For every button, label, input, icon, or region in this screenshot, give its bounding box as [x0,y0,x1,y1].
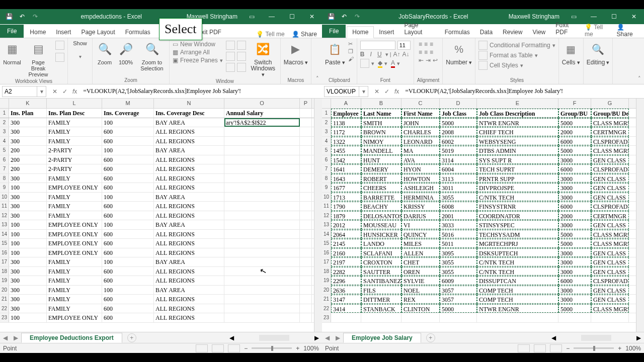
column-label[interactable]: Ins. Coverage [102,109,154,118]
cell[interactable]: CHARLES [401,127,440,136]
tab-foxit[interactable]: Foxit PDF [550,20,585,38]
cell[interactable]: CLASS MGRS [591,304,629,313]
cell[interactable]: SAUTTER [361,267,401,276]
row-header[interactable]: 2 [0,118,9,127]
tab-review[interactable]: Review [498,27,527,38]
cell[interactable]: 200 [9,155,47,164]
cell[interactable]: EMPLOYEE ONLY [47,239,102,248]
column-header[interactable]: C [401,99,440,108]
cell[interactable] [224,137,300,146]
cell[interactable]: 100 [102,118,154,127]
row-header[interactable]: 1 [0,109,9,118]
cell[interactable]: GEN CLASS [591,267,629,276]
tab-insert[interactable]: Insert [374,27,399,38]
cell[interactable]: CROXTON [361,257,401,266]
cell[interactable]: 3011 [440,183,477,192]
pagebreak-statusbtn[interactable] [550,344,562,352]
cell[interactable]: CERTMNGR [591,127,629,136]
cell[interactable]: 3147 [331,295,361,304]
hscroll-left-icon[interactable]: ◀ [551,334,556,341]
cell[interactable]: ALL REGIONS [154,313,224,322]
column-label[interactable]: Ins. Coverage Desc [154,109,224,118]
cell[interactable]: 100 [9,183,47,192]
row-header[interactable]: 6 [322,155,331,164]
tab-insert[interactable]: Insert [51,27,76,38]
cell[interactable]: 2296 [331,276,361,285]
cell[interactable]: 2-PARTY [47,164,102,173]
row-header[interactable]: 18 [0,267,9,276]
cell[interactable]: 100 [9,248,47,257]
zoom-button[interactable]: 🔍Zoom [96,40,114,65]
column-header[interactable]: E [477,99,558,108]
cell[interactable]: FAMILY [47,193,102,202]
cell[interactable] [224,239,300,248]
column-header[interactable]: B [361,99,401,108]
cell[interactable]: MGRTECHPRJ [477,239,558,248]
cell[interactable]: CLASS MGRS [591,230,629,239]
cell[interactable] [224,286,300,295]
cell[interactable]: HUNSICKER [361,230,401,239]
cell[interactable]: GEN CLASS [591,286,629,295]
cell[interactable] [300,127,312,136]
format-as-table-button[interactable]: Format as Table ▾ [478,50,555,60]
sheet-nav-next-icon[interactable]: ▶ [11,334,21,341]
column-label[interactable]: Ins. Plan Desc [47,109,102,118]
cell[interactable]: 3000 [558,295,591,304]
cell[interactable]: 2000 [558,127,591,136]
cell[interactable]: 3414 [331,304,361,313]
row-header[interactable]: 9 [322,183,331,192]
pagebreak-statusbtn[interactable] [228,344,240,352]
cell[interactable]: 3114 [440,155,477,164]
cell[interactable]: 600 [102,276,154,285]
normal-view-statusbtn[interactable] [518,344,530,352]
cell[interactable]: 3000 [558,257,591,266]
align-center-icon[interactable]: ≡ [424,49,428,56]
cell[interactable] [300,257,312,266]
cell[interactable]: LANDO [361,239,401,248]
align-left-icon[interactable]: ≡ [419,49,422,56]
fx-icon[interactable]: fx [72,88,77,95]
close-icon[interactable]: ✕ [624,9,644,24]
undo-icon[interactable]: ↶ [17,12,27,22]
ribbon-opts-icon[interactable]: ▭ [242,9,262,24]
cell[interactable]: C/NTK TECH [477,267,558,276]
sheet-tab-active[interactable]: Employee Job Salary [343,333,421,343]
tellme-search[interactable]: 💡 Tell me [256,31,284,38]
cell[interactable]: 5000 [558,239,591,248]
cell[interactable]: GEN CLASS [591,257,629,266]
cell[interactable]: 5000 [440,118,477,127]
cell[interactable] [300,220,312,229]
cell[interactable]: HUNT [361,155,401,164]
row-header[interactable]: 13 [0,220,9,229]
row-header[interactable]: 11 [0,202,9,211]
cell[interactable]: NIMOY [361,137,401,146]
cell[interactable]: 3000 [558,193,591,202]
font-name-input[interactable] [360,41,395,50]
enter-formula-icon[interactable]: ✓ [384,88,389,95]
vertical-scrollbar[interactable] [636,99,644,332]
cell[interactable]: EMPLOYEE ONLY [47,183,102,192]
sheet-nav-prev-icon[interactable]: ◀ [322,334,333,341]
row-header[interactable]: 4 [322,137,331,146]
row-header[interactable]: 3 [322,127,331,136]
row-header[interactable]: 14 [322,230,331,239]
cell[interactable]: GEN CLASS [591,174,629,183]
cancel-formula-icon[interactable]: ✕ [374,88,379,95]
formula-input[interactable] [403,87,644,95]
cell[interactable] [300,267,312,276]
share-button[interactable]: 👤 Share [292,31,317,38]
align-top-icon[interactable]: ≡ [419,41,422,48]
cell[interactable]: PRNTR SUPP [477,174,558,183]
cell[interactable]: FILS [361,286,401,295]
cell[interactable] [440,313,477,322]
minimize-icon[interactable]: — [262,9,282,24]
number-format-button[interactable]: %Number ▾ [446,40,472,65]
maximize-icon[interactable]: ☐ [604,9,624,24]
collapse-ribbon-icon[interactable]: ˄ [316,75,319,82]
cell[interactable]: 1713 [331,193,361,202]
cell[interactable] [224,276,300,285]
cell[interactable]: 6000 [558,164,591,173]
undo-icon[interactable]: ↶ [339,12,349,22]
cell[interactable] [300,230,312,239]
cell[interactable]: 300 [9,276,47,285]
